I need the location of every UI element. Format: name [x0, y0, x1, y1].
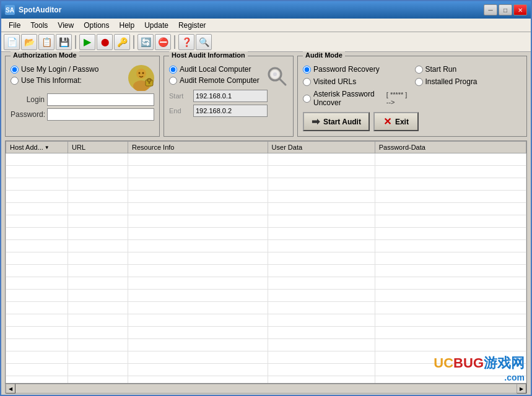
end-ip-row: End [169, 105, 288, 117]
table-row [6, 178, 526, 191]
main-content: Authorization Mode Use My Login / Passwo… [1, 52, 531, 396]
svg-line-9 [279, 79, 286, 85]
menu-tools[interactable]: Tools [25, 20, 53, 31]
exit-button[interactable]: ✕ Exit [373, 112, 419, 131]
watermark-bug: BUG [453, 355, 484, 371]
table-row [6, 290, 526, 302]
start-audit-arrow-icon: ➡ [312, 116, 320, 127]
audit-programs-radio[interactable] [415, 78, 423, 86]
auth-option1-radio[interactable] [11, 66, 19, 74]
toolbar-stop[interactable]: ⬤ [97, 34, 113, 50]
avatar [128, 65, 154, 91]
audit-option2-row: Start Run [415, 65, 522, 74]
host-option1-row: Audit Local Computer [169, 65, 263, 74]
col-url-label: URL [72, 144, 85, 151]
menu-update[interactable]: Update [139, 20, 173, 31]
end-label: End [169, 107, 191, 114]
table-row [6, 203, 526, 215]
table-row [6, 228, 526, 240]
login-input[interactable] [47, 93, 154, 106]
svg-point-3 [142, 72, 144, 74]
menu-bar: File Tools View Options Help Update Regi… [1, 19, 531, 32]
toolbar-block[interactable]: ⛔ [155, 34, 171, 50]
host-audit-panel: Host Audit Information Audit Local Compu… [164, 56, 294, 137]
toolbar-play[interactable]: ▶ [79, 34, 95, 50]
toolbar-refresh[interactable]: 🔄 [137, 34, 154, 50]
maximize-button[interactable]: □ [499, 4, 512, 15]
audit-actions: ➡ Start Audit ✕ Exit [303, 112, 521, 131]
start-ip-row: Start [169, 90, 288, 102]
auth-top: Use My Login / Passwo Use This Informat: [11, 65, 154, 91]
audit-urls-label: Visited URLs [313, 77, 356, 86]
toolbar-open[interactable]: 📂 [21, 34, 37, 50]
close-button[interactable]: ✕ [513, 4, 527, 15]
auth-option1-label: Use My Login / Passwo [21, 65, 98, 74]
menu-view[interactable]: View [53, 20, 79, 31]
table-row [6, 327, 526, 339]
toolbar-new[interactable]: 📄 [4, 34, 20, 50]
minimize-button[interactable]: ─ [484, 4, 497, 15]
svg-point-6 [149, 82, 150, 84]
scroll-right-button[interactable]: ▶ [517, 384, 526, 394]
menu-help[interactable]: Help [115, 20, 140, 31]
host-option1-label: Audit Local Computer [180, 65, 251, 74]
audit-asterisk-radio[interactable] [303, 95, 311, 103]
start-audit-label: Start Audit [323, 118, 361, 126]
audit-programs-label: Installed Progra [425, 77, 477, 86]
toolbar-separator-2 [133, 35, 134, 49]
toolbar: 📄 📂 📋 💾 ▶ ⬤ 🔑 🔄 ⛔ ❓ 🔍 [1, 32, 531, 52]
toolbar-copy[interactable]: 📋 [38, 34, 55, 50]
table-row [6, 240, 526, 252]
table-row [6, 252, 526, 265]
end-ip-input[interactable] [193, 105, 268, 117]
host-option2-row: Audit Remote Computer [169, 76, 263, 85]
audit-urls-radio[interactable] [303, 78, 311, 86]
table-row [6, 153, 526, 166]
toolbar-key[interactable]: 🔑 [114, 34, 130, 50]
audit-option1-row: Password Recovery [303, 65, 410, 74]
toolbar-search[interactable]: 🔍 [196, 34, 212, 50]
start-audit-button[interactable]: ➡ Start Audit [303, 112, 370, 131]
toolbar-help[interactable]: ❓ [178, 34, 194, 50]
data-table-container[interactable]: Host Add... ▼ URL Resource Info User Dat… [5, 140, 527, 384]
app-icon-text: SA [6, 7, 14, 14]
menu-options[interactable]: Options [79, 20, 114, 31]
start-ip-input[interactable] [193, 90, 268, 102]
toolbar-save[interactable]: 💾 [56, 34, 72, 50]
col-userdata-label: User Data [272, 144, 303, 151]
magnifier-icon [266, 65, 288, 87]
table-row [6, 265, 526, 277]
horizontal-scrollbar[interactable]: ◀ ▶ [5, 384, 527, 394]
audit-startrun-label: Start Run [425, 65, 457, 74]
col-host-addr-label: Host Add... [10, 144, 43, 151]
audit-password-radio[interactable] [303, 66, 311, 74]
menu-file[interactable]: File [4, 20, 25, 31]
host-option1-radio[interactable] [169, 66, 177, 74]
title-bar: SA SpotAuditor ─ □ ✕ [1, 1, 531, 19]
auth-option1-row: Use My Login / Passwo [11, 65, 124, 74]
col-host-dropdown-icon[interactable]: ▼ [45, 145, 50, 150]
auth-option2-radio[interactable] [11, 77, 19, 85]
auth-option2-row: Use This Informat: [11, 76, 124, 85]
password-row: Password: [11, 108, 154, 121]
table-row [6, 339, 526, 351]
col-host-addr[interactable]: Host Add... ▼ [6, 142, 68, 153]
menu-register[interactable]: Register [173, 20, 211, 31]
audit-grid: Password Recovery Start Run Visited URLs… [303, 65, 521, 107]
window-title: SpotAuditor [19, 6, 480, 14]
col-passworddata-label: Password-Data [379, 144, 425, 151]
audit-startrun-radio[interactable] [415, 66, 423, 74]
scroll-track[interactable] [15, 384, 517, 393]
table-row [6, 302, 526, 314]
host-option2-radio[interactable] [169, 77, 177, 85]
auth-mode-title: Authorization Mode [11, 51, 79, 59]
table-header-row: Host Add... ▼ URL Resource Info User Dat… [6, 142, 526, 153]
watermark-uc: UC [434, 355, 453, 371]
col-resource: Resource Info [128, 142, 268, 153]
table-row [6, 191, 526, 203]
password-input[interactable] [47, 108, 154, 121]
toolbar-separator-1 [75, 35, 76, 49]
auth-option2-label: Use This Informat: [21, 76, 82, 85]
scroll-left-button[interactable]: ◀ [6, 384, 15, 394]
host-content: Audit Local Computer Audit Remote Comput… [169, 65, 288, 87]
